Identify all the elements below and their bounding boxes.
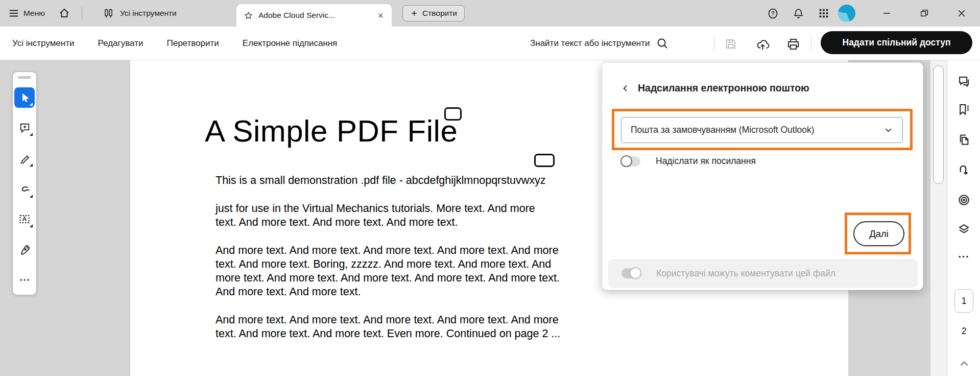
tool-dropdown-arrow: [30, 163, 33, 167]
chevron-down-icon: [883, 125, 893, 135]
lasso-draw-icon: [18, 183, 31, 196]
toggle-knob: [630, 267, 641, 279]
menu-all-tools[interactable]: Усі інструменти: [12, 38, 75, 49]
page-thumbnail-2[interactable]: 2: [947, 326, 980, 337]
vertical-scrollbar[interactable]: [930, 60, 947, 376]
allow-comments-row: Користувачі можуть коментувати цей файл: [608, 259, 918, 288]
document-body: This is a small demonstration .pdf file …: [216, 174, 560, 355]
help-icon[interactable]: ?: [767, 8, 779, 19]
allow-comments-toggle: [622, 268, 641, 278]
reading-order-icon[interactable]: [957, 163, 971, 177]
quick-tools-panel: A: [12, 72, 37, 295]
fill-sign-tool-button[interactable]: [14, 240, 35, 260]
app-toolbar: Усі інструменти Редагувати Перетворити Е…: [0, 27, 980, 60]
close-tab-icon[interactable]: [377, 12, 385, 19]
select-text-tool-button[interactable]: A: [14, 209, 35, 229]
paragraph: And more text. And more text. And more t…: [216, 313, 560, 341]
page-number-other: 2: [962, 326, 967, 336]
create-button[interactable]: Створити: [402, 5, 465, 21]
layers-icon[interactable]: [957, 222, 971, 236]
send-as-link-toggle-row[interactable]: Надіслати як посилання: [621, 156, 756, 167]
print-icon[interactable]: [786, 37, 800, 51]
right-panel-rail: 1 2: [947, 60, 980, 376]
share-button-label: Надати спільний доступ: [843, 37, 951, 48]
highlight-tool-button[interactable]: [14, 148, 35, 169]
toggle-knob: [620, 155, 632, 167]
svg-text:?: ?: [771, 10, 774, 16]
form-field-box[interactable]: [534, 154, 555, 167]
ellipsis-icon: [18, 274, 31, 286]
window-minimize-icon[interactable]: [882, 8, 892, 18]
mail-client-dropdown[interactable]: Пошта за замовчуванням (Microsoft Outloo…: [621, 117, 903, 143]
allow-comments-label: Користувачі можуть коментувати цей файл: [656, 268, 835, 279]
tool-dropdown-arrow: [30, 195, 33, 198]
more-tools-button[interactable]: [14, 270, 35, 290]
upload-cloud-icon[interactable]: [756, 37, 770, 51]
menu-button[interactable]: Меню: [23, 0, 45, 27]
paragraph: This is a small demonstration .pdf file …: [216, 174, 560, 187]
menu-esign[interactable]: Електронне підписання: [243, 38, 338, 49]
paragraph: just for use in the Virtual Mechanics tu…: [216, 202, 560, 229]
tab-all-tools[interactable]: Усі інструменти: [91, 0, 189, 27]
panel-header: Надсилання електронною поштою: [620, 82, 809, 94]
back-chevron-icon[interactable]: [620, 83, 631, 93]
home-icon[interactable]: [58, 7, 70, 19]
add-comment-icon: [18, 122, 31, 134]
mail-client-dropdown-value: Пошта за замовчуванням (Microsoft Outloo…: [631, 125, 883, 135]
text-line: text. And more text. Boring, zzzzz. And …: [216, 257, 560, 271]
search-button[interactable]: Знайти текст або інструменти: [530, 27, 668, 60]
notifications-bell-icon[interactable]: [793, 8, 804, 19]
send-as-link-label: Надіслати як посилання: [656, 156, 756, 167]
text-line: And more text. And more text. And more t…: [216, 313, 560, 327]
document-viewport: A Simple PDF File This is a small demons…: [0, 60, 930, 376]
save-icon: [724, 37, 737, 51]
svg-text:A: A: [22, 216, 27, 223]
all-tools-icon: [103, 8, 114, 19]
organize-pages-icon[interactable]: [957, 133, 971, 147]
drag-handle[interactable]: [18, 76, 31, 79]
paragraph: And more text. And more text. And more t…: [216, 244, 560, 299]
text-line: just for use in the Virtual Mechanics tu…: [216, 202, 560, 216]
toolbar-menu: Усі інструменти Редагувати Перетворити Е…: [12, 27, 337, 60]
tab-adobe-cloud-label: Adobe Cloud Servic...: [258, 11, 372, 20]
add-comment-tool-button[interactable]: [14, 118, 35, 138]
toolbar-divider: [714, 36, 714, 51]
collapse-chevron-up-icon[interactable]: [958, 358, 970, 370]
page-thumbnail-1[interactable]: 1: [954, 289, 973, 313]
search-label: Знайти текст або інструменти: [530, 38, 650, 49]
create-button-label: Створити: [422, 9, 457, 18]
share-button[interactable]: Надати спільний доступ: [821, 31, 972, 54]
tool-dropdown-arrow: [30, 133, 33, 136]
tool-dropdown-arrow: [30, 103, 33, 106]
tab-all-tools-label: Усі інструменти: [120, 9, 177, 18]
panel-title: Надсилання електронною поштою: [638, 82, 809, 94]
toolbar-divider: [811, 36, 811, 51]
more-panels-icon[interactable]: [957, 250, 970, 263]
text-line: text. And more text. And more text. Even…: [216, 327, 560, 341]
tab-bar-divider: [82, 7, 82, 19]
window-restore-icon[interactable]: [919, 8, 929, 18]
form-field-box[interactable]: [444, 107, 462, 121]
page-number-current: 1: [962, 296, 967, 307]
scrollbar-thumb[interactable]: [933, 65, 944, 184]
menu-edit[interactable]: Редагувати: [98, 38, 144, 49]
send-as-link-toggle[interactable]: [621, 156, 640, 167]
destinations-icon[interactable]: [957, 193, 971, 207]
apps-grid-icon[interactable]: [818, 8, 829, 19]
tab-adobe-cloud[interactable]: Adobe Cloud Servic...: [236, 4, 392, 27]
search-icon: [656, 37, 668, 50]
menu-hamburger-icon[interactable]: [8, 8, 19, 19]
plus-icon: [410, 9, 418, 17]
menu-convert[interactable]: Перетворити: [166, 38, 219, 49]
draw-tool-button[interactable]: [14, 179, 35, 200]
text-line: And more text. And more text. And more t…: [216, 244, 560, 257]
tool-dropdown-arrow: [30, 224, 33, 227]
window-tab-bar: Меню Усі інструменти Adobe Cloud Servic.…: [0, 0, 980, 27]
next-button[interactable]: Далі: [853, 221, 904, 246]
user-avatar[interactable]: [838, 5, 855, 22]
window-close-icon[interactable]: [957, 8, 967, 18]
bookmarks-panel-icon[interactable]: [957, 103, 971, 116]
select-tool-button[interactable]: [14, 87, 35, 108]
comments-panel-icon[interactable]: [957, 75, 971, 88]
text-line: text. And more text. And more text. And …: [216, 216, 560, 229]
